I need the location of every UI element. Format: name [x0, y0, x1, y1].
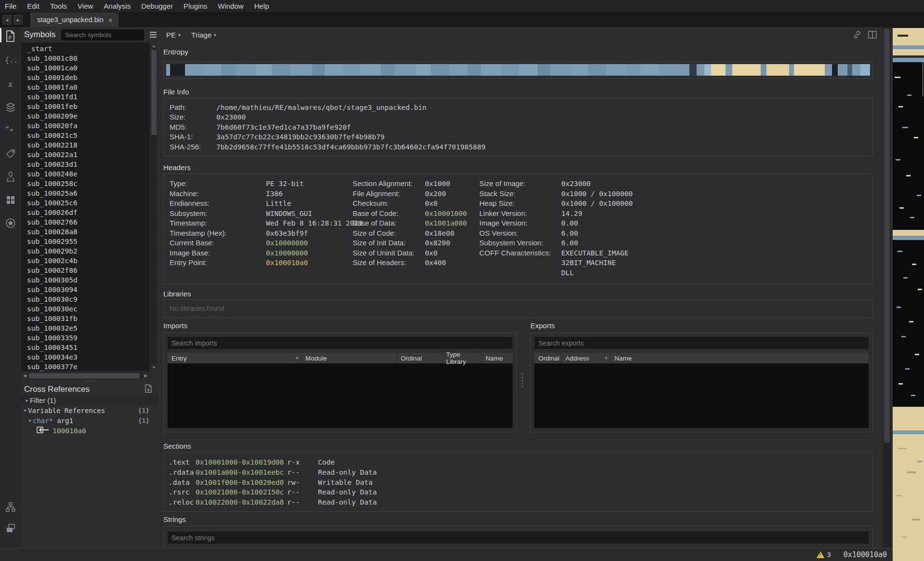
- symbol-item[interactable]: sub_1000258c: [21, 179, 149, 188]
- exports-search-input[interactable]: [534, 337, 869, 349]
- address-link[interactable]: 0x10001000: [425, 209, 467, 219]
- column-header-name[interactable]: Name: [610, 353, 869, 363]
- column-header-address[interactable]: Address▾: [561, 353, 610, 363]
- nav-back-button[interactable]: ◂: [2, 15, 12, 25]
- symbols-horizontal-scrollbar[interactable]: ◀ ▶: [21, 372, 149, 379]
- menu-item-help[interactable]: Help: [254, 2, 269, 10]
- symbol-item[interactable]: sub_100031fb: [21, 314, 149, 323]
- symbol-item[interactable]: sub_100029b2: [21, 246, 149, 256]
- section-row[interactable]: .rsrc0x10021000-0x1002150cr--Read-only D…: [169, 487, 872, 497]
- scrollbar-thumb[interactable]: [29, 373, 140, 378]
- menu-item-file[interactable]: File: [5, 2, 16, 10]
- memory-map-icon[interactable]: [0, 169, 21, 185]
- menu-item-edit[interactable]: Edit: [27, 2, 40, 10]
- exports-table-body[interactable]: [534, 363, 869, 428]
- tab-close-icon[interactable]: ×: [108, 16, 113, 24]
- sort-descending-icon[interactable]: ▾: [598, 356, 607, 361]
- entropy-minimap[interactable]: [893, 27, 924, 561]
- column-header-module[interactable]: Module: [302, 353, 397, 363]
- strings-icon[interactable]: “”: [0, 122, 21, 139]
- main-vertical-scrollbar[interactable]: [883, 27, 891, 548]
- chevron-down-icon[interactable]: ▾: [22, 408, 28, 413]
- xref-filter-row[interactable]: ▸ Filter (1): [21, 395, 159, 405]
- symbol-item[interactable]: sub_10001fa0: [21, 82, 149, 92]
- sort-descending-icon[interactable]: ▾: [289, 356, 298, 361]
- entropy-bar[interactable]: [166, 64, 870, 76]
- menu-item-tools[interactable]: Tools: [50, 2, 67, 10]
- symbol-item[interactable]: sub_10002c4b: [21, 256, 149, 266]
- menu-item-view[interactable]: View: [78, 2, 93, 10]
- symbol-item[interactable]: sub_1000305d: [21, 275, 149, 285]
- column-header-ordinal[interactable]: Ordinal: [397, 353, 442, 363]
- symbol-item[interactable]: sub_10002955: [21, 237, 149, 246]
- types-icon[interactable]: {..}: [0, 52, 21, 68]
- address-link[interactable]: 0x100010a0: [266, 258, 308, 268]
- panel-splitter-handle[interactable]: ······: [21, 379, 159, 383]
- link-icon[interactable]: [852, 30, 862, 41]
- symbol-search-input[interactable]: [61, 29, 144, 40]
- menu-item-analysis[interactable]: Analysis: [104, 2, 131, 10]
- symbols-list[interactable]: _startsub_10001c80sub_10001ca0sub_10001d…: [21, 42, 149, 371]
- chevron-down-icon[interactable]: ▾: [27, 418, 33, 423]
- symbol-item[interactable]: sub_10002f86: [21, 266, 149, 275]
- symbol-item[interactable]: sub_10003094: [21, 285, 149, 294]
- symbol-item[interactable]: sub_100023d1: [21, 160, 149, 169]
- symbol-item[interactable]: sub_100034e3: [21, 352, 149, 362]
- column-header-ordinal[interactable]: Ordinal: [534, 353, 561, 363]
- menu-item-window[interactable]: Window: [218, 2, 243, 10]
- column-header-name[interactable]: Name: [482, 353, 513, 363]
- split-view-icon[interactable]: [868, 30, 877, 41]
- symbol-item[interactable]: sub_10002218: [21, 140, 149, 150]
- new-document-icon[interactable]: [145, 384, 152, 395]
- plugins-icon[interactable]: [0, 215, 21, 231]
- menu-item-debugger[interactable]: Debugger: [141, 2, 173, 10]
- symbol-item[interactable]: sub_100020fa: [21, 121, 149, 131]
- warnings-indicator[interactable]: 3: [817, 551, 831, 559]
- section-row[interactable]: .data0x1001f000-0x10020ed0rw-Writable Da…: [169, 478, 872, 488]
- hamburger-menu-icon[interactable]: [148, 30, 158, 40]
- stack-icon[interactable]: [0, 99, 21, 116]
- symbol-item[interactable]: _start: [21, 44, 149, 53]
- imports-search-input[interactable]: [168, 337, 513, 349]
- scrollbar-thumb[interactable]: [151, 50, 157, 135]
- xref-address-row[interactable]: 100010a0: [21, 426, 159, 436]
- symbol-item[interactable]: sub_100022a1: [21, 150, 149, 160]
- format-selector[interactable]: PE ▾: [166, 31, 181, 39]
- symbol-item[interactable]: sub_10001fd1: [21, 92, 149, 102]
- scroll-down-icon[interactable]: ▼: [150, 364, 158, 371]
- scroll-up-icon[interactable]: ▲: [150, 42, 158, 50]
- symbol-item[interactable]: sub_1000248e: [21, 169, 149, 179]
- tab-stage3-unpacked[interactable]: stage3_unpacked.bin ×: [30, 13, 119, 27]
- symbol-item[interactable]: sub_10001deb: [21, 73, 149, 82]
- xref-group-row[interactable]: ▾ Variable References {1}: [21, 405, 159, 415]
- nav-forward-button[interactable]: ▸: [13, 15, 23, 25]
- xref-address[interactable]: 100010a0: [53, 427, 86, 435]
- address-link[interactable]: 0x10000000: [266, 248, 308, 258]
- symbol-item[interactable]: sub_10001feb: [21, 102, 149, 111]
- section-range[interactable]: 0x10022000-0x10022da8: [196, 497, 287, 508]
- symbol-item[interactable]: sub_100025c6: [21, 198, 149, 208]
- symbol-item[interactable]: sub_100026df: [21, 208, 149, 217]
- symbol-item[interactable]: sub_10003451: [21, 343, 149, 352]
- menu-item-plugins[interactable]: Plugins: [184, 2, 207, 10]
- section-range[interactable]: 0x1001f000-0x10020ed0: [196, 478, 287, 488]
- symbol-item[interactable]: sub_100028a8: [21, 227, 149, 237]
- imports-exports-splitter[interactable]: [522, 374, 523, 387]
- section-range[interactable]: 0x10001000-0x10019d08: [196, 457, 287, 468]
- section-row[interactable]: .rdata0x1001a000-0x1001eebcr--Read-only …: [169, 468, 872, 478]
- address-link[interactable]: 0x1001a000: [425, 218, 467, 228]
- view-type-selector[interactable]: Triage ▾: [191, 31, 216, 39]
- scrollbar-thumb[interactable]: [884, 28, 890, 443]
- symbol-item[interactable]: sub_10003359: [21, 333, 149, 343]
- imports-table-body[interactable]: [168, 363, 513, 428]
- symbol-item[interactable]: sub_10002766: [21, 217, 149, 227]
- section-range[interactable]: 0x1001a000-0x1001eebc: [196, 468, 287, 478]
- variables-icon[interactable]: x: [0, 76, 21, 93]
- symbol-item[interactable]: sub_1000377e: [21, 362, 149, 371]
- windows-icon[interactable]: [0, 520, 21, 536]
- hierarchy-icon[interactable]: [0, 499, 21, 515]
- current-address[interactable]: 0x100010a0: [844, 550, 887, 559]
- symbol-item[interactable]: sub_100032e5: [21, 323, 149, 333]
- components-icon[interactable]: [0, 192, 21, 208]
- strings-search-input[interactable]: [168, 532, 869, 544]
